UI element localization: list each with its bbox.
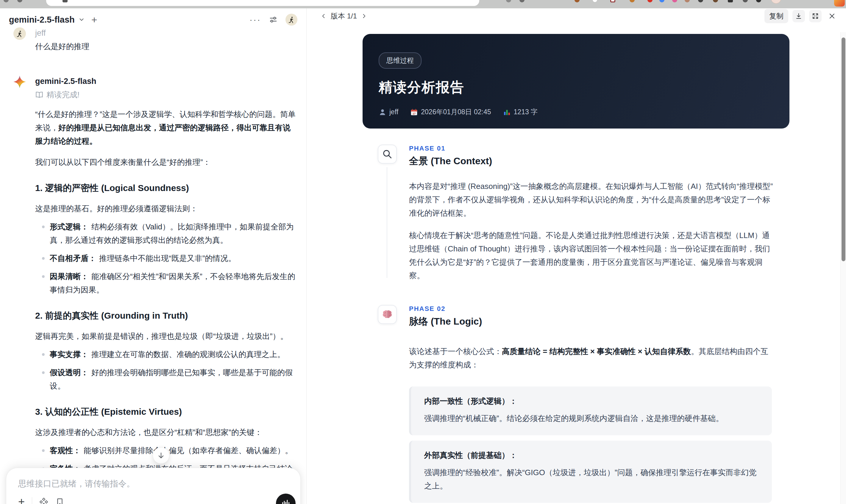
status-text: 精读完成! xyxy=(47,90,80,100)
composer-toolbar: + xyxy=(18,496,64,504)
user-avatar[interactable] xyxy=(285,14,297,25)
magnifier-icon xyxy=(378,145,397,164)
extension-icon[interactable] xyxy=(659,0,665,2)
new-chat-button[interactable]: + xyxy=(91,16,97,23)
assistant-body: “什么是好的推理？”这是一个涉及逻辑学、认知科学和哲学核心的问题。简单来说，好的… xyxy=(35,108,296,504)
chevron-left-icon[interactable] xyxy=(321,13,327,19)
section-heading: 2. 前提的真实性 (Grounding in Truth) xyxy=(35,310,296,322)
extension-icon[interactable] xyxy=(672,0,677,2)
section-heading: 1. 逻辑的严密性 (Logical Soundness) xyxy=(35,182,296,194)
browser-menu-icon[interactable] xyxy=(834,0,845,6)
divider xyxy=(32,497,32,504)
scroll-to-bottom-button[interactable] xyxy=(153,447,170,464)
tab-favicon xyxy=(63,0,68,2)
section-lead: 逻辑再完美，如果前提是错误的，推理也是垃圾（即“垃圾进，垃圾出”）。 xyxy=(35,330,296,343)
download-icon xyxy=(795,13,802,20)
book-icon xyxy=(35,91,43,99)
avatar-figure-icon xyxy=(287,15,296,24)
artifact-toolbar: 版本 1/1 复制 xyxy=(307,8,846,24)
assistant-name: gemini-2.5-flash xyxy=(35,77,296,86)
report-title: 精读分析报告 xyxy=(378,78,790,97)
close-icon xyxy=(828,13,835,20)
download-button[interactable] xyxy=(792,10,805,22)
browser-icon xyxy=(17,0,22,2)
phase-formula: 该论述基于一个核心公式：高质量结论 = 结构完整性 × 事实准确性 × 认知自律… xyxy=(409,345,774,372)
expand-button[interactable] xyxy=(809,10,822,22)
model-title[interactable]: gemini-2.5-flash xyxy=(9,15,75,25)
artifact-scroll-area[interactable]: 思维过程 精读分析报告 jeff 17 2026年01月08日 02:45 12… xyxy=(307,24,839,504)
svg-text:17: 17 xyxy=(412,112,416,115)
chevron-right-icon[interactable] xyxy=(361,13,367,19)
bookmark-icon[interactable] xyxy=(55,498,64,504)
chat-panel: gemini-2.5-flash + ··· jeff 什么是好的推理 xyxy=(0,8,306,504)
composer-input[interactable]: 思维接口已就绪，请传输指令。 xyxy=(18,478,288,489)
phase-timeline: PHASE 01 全景 (The Context) 本内容是对“推理 (Reas… xyxy=(363,145,839,504)
profile-avatar[interactable] xyxy=(771,0,781,4)
phase-section-1: PHASE 01 全景 (The Context) 本内容是对“推理 (Reas… xyxy=(363,145,839,282)
artifact-actions: 复制 xyxy=(764,9,838,23)
dimension-title: 内部一致性（形式逻辑）： xyxy=(424,396,759,407)
dimension-box: 外部真实性（前提基础）： 强调推理的“经验校准”。解决“GIGO（垃圾进，垃圾出… xyxy=(409,440,772,503)
message-text: 什么是好的推理 xyxy=(35,41,296,52)
extension-icon[interactable] xyxy=(743,0,748,2)
copy-button[interactable]: 复制 xyxy=(764,9,788,23)
scrollbar-track[interactable] xyxy=(840,32,846,504)
extension-icon[interactable] xyxy=(728,0,733,2)
bullet-list: 形式逻辑：结构必须有效（Valid）。比如演绎推理中，如果前提全部为真，那么通过… xyxy=(35,220,296,296)
brain-icon xyxy=(378,305,397,324)
section-heading: 3. 认知的公正性 (Epistemic Virtues) xyxy=(35,406,296,418)
url-bar[interactable] xyxy=(46,0,479,6)
phase-section-2: PHASE 02 脉络 (The Logic) 该论述基于一个核心公式：高质量结… xyxy=(363,305,839,504)
phase-paragraph: 本内容是对“推理 (Reasoning)”这一抽象概念的高层建模。在知识爆炸与人… xyxy=(409,180,774,220)
tune-settings-icon[interactable] xyxy=(269,15,278,24)
extension-icon[interactable] xyxy=(575,0,580,2)
section-lead: 这是推理的基石。好的推理必须遵循逻辑法则： xyxy=(35,202,296,215)
avatar-figure-icon xyxy=(15,29,24,38)
phase-paragraph: 核心情境在于解决“思考的随意性”问题。不论是人类通过批判性思维进行决策，还是大语… xyxy=(409,229,774,282)
phase-label: PHASE 01 xyxy=(409,145,774,152)
attach-button[interactable]: + xyxy=(18,496,25,504)
version-nav: 版本 1/1 xyxy=(321,11,367,21)
calendar-icon: 17 xyxy=(410,108,418,116)
expand-icon xyxy=(812,13,819,20)
bullet-list: 事实支撑：推理建立在可靠的数据、准确的观测或公认的真理之上。 假设透明：好的推理… xyxy=(35,348,296,393)
chat-scroll-area[interactable]: jeff 什么是好的推理 gemini-2.5-flash 精读完成! xyxy=(13,28,296,504)
assistant-status: 精读完成! xyxy=(35,90,296,100)
chat-header: gemini-2.5-flash + ··· xyxy=(0,8,306,26)
composer: 思维接口已就绪，请传输指令。 + xyxy=(6,468,301,504)
dimension-text: 强调推理的“机械正确”。结论必须在给定的规则系统内逻辑自洽，这是推理的硬件基础。 xyxy=(424,412,759,425)
meta-word-count: 1213 字 xyxy=(503,107,538,116)
bullet-item: 因果清晰：能准确区分“相关性”和“因果关系”，不会轻率地将先后发生的事情归为因果… xyxy=(35,270,296,296)
browser-chrome xyxy=(0,0,846,8)
dimension-text: 强调推理的“经验校准”。解决“GIGO（垃圾进，垃圾出）”问题，确保推理引擎运行… xyxy=(424,466,759,493)
artifact-panel: 版本 1/1 复制 思维过程 精读分析报告 jeff xyxy=(307,8,846,504)
more-options-icon[interactable]: ··· xyxy=(249,15,261,25)
extension-icon[interactable] xyxy=(648,0,653,2)
close-panel-button[interactable] xyxy=(826,10,838,22)
chevron-down-icon[interactable] xyxy=(78,16,85,23)
extension-icon[interactable] xyxy=(698,0,703,2)
extension-icon[interactable] xyxy=(506,0,511,2)
report-meta: jeff 17 2026年01月08日 02:45 1213 字 xyxy=(378,107,790,116)
extension-icon[interactable] xyxy=(519,0,525,2)
extension-icon[interactable] xyxy=(756,0,761,2)
extension-icon[interactable] xyxy=(593,0,597,2)
bullet-item: 形式逻辑：结构必须有效（Valid）。比如演绎推理中，如果前提全部为真，那么通过… xyxy=(35,220,296,247)
waveform-icon xyxy=(281,498,291,504)
extension-icon[interactable] xyxy=(610,0,615,2)
report-badge: 思维过程 xyxy=(378,52,422,69)
extension-icon[interactable] xyxy=(713,0,718,2)
user-message: jeff 什么是好的推理 xyxy=(13,28,296,52)
intro-paragraph: “什么是好的推理？”这是一个涉及逻辑学、认知科学和哲学核心的问题。简单来说，好的… xyxy=(35,108,296,148)
meta-author: jeff xyxy=(378,108,398,116)
meta-date: 17 2026年01月08日 02:45 xyxy=(410,107,491,116)
phase-heading: 脉络 (The Logic) xyxy=(409,315,774,328)
extension-icon[interactable] xyxy=(685,0,690,2)
scrollbar-thumb[interactable] xyxy=(842,37,845,261)
version-label: 版本 1/1 xyxy=(331,11,357,21)
voice-input-button[interactable] xyxy=(276,493,296,504)
sparkle-tools-icon[interactable] xyxy=(39,498,48,504)
bullet-item: 假设透明：好的推理会明确指明哪些是已知事实，哪些是基于可能的假设。 xyxy=(35,366,296,393)
extension-icon[interactable] xyxy=(630,0,635,2)
phase-heading: 全景 (The Context) xyxy=(409,155,774,168)
